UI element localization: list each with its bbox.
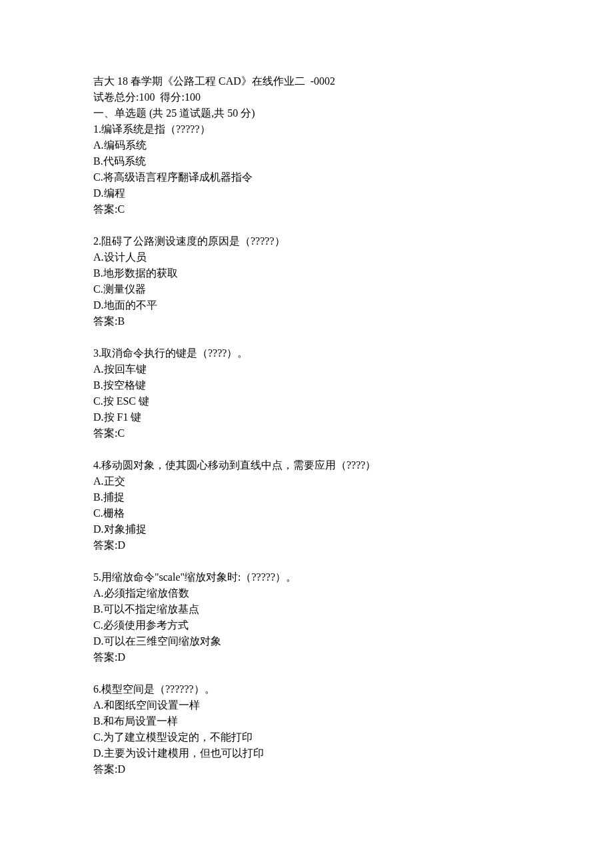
score-line: 试卷总分:100 得分:100 xyxy=(93,89,520,105)
answer-line: 答案:C xyxy=(93,425,520,441)
option: A.正交 xyxy=(93,473,520,489)
question-stem: 2.阻碍了公路测设速度的原因是（?????） xyxy=(93,233,520,249)
question-block: 6.模型空间是（??????）。 A.和图纸空间设置一样 B.和布局设置一样 C… xyxy=(93,681,520,777)
question-block: 5.用缩放命令"scale"缩放对象时:（?????）。 A.必须指定缩放倍数 … xyxy=(93,569,520,665)
section-heading: 一、单选题 (共 25 道试题,共 50 分) xyxy=(93,105,520,121)
option: C.栅格 xyxy=(93,505,520,521)
option: A.编码系统 xyxy=(93,137,520,153)
option: A.设计人员 xyxy=(93,249,520,265)
option: D.对象捕捉 xyxy=(93,521,520,537)
option: C.为了建立模型设定的，不能打印 xyxy=(93,729,520,745)
option: A.按回车键 xyxy=(93,361,520,377)
answer-line: 答案:D xyxy=(93,761,520,777)
question-block: 4.移动圆对象，使其圆心移动到直线中点，需要应用（????） A.正交 B.捕捉… xyxy=(93,457,520,553)
option: B.捕捉 xyxy=(93,489,520,505)
question-stem: 3.取消命令执行的键是（????）。 xyxy=(93,345,520,361)
option: C.将高级语言程序翻译成机器指令 xyxy=(93,169,520,185)
answer-line: 答案:B xyxy=(93,313,520,329)
answer-line: 答案:C xyxy=(93,201,520,217)
option: B.按空格键 xyxy=(93,377,520,393)
doc-title: 吉大 18 春学期《公路工程 CAD》在线作业二 -0002 xyxy=(93,73,520,89)
question-block: 2.阻碍了公路测设速度的原因是（?????） A.设计人员 B.地形数据的获取 … xyxy=(93,233,520,329)
question-stem: 1.编译系统是指（?????） xyxy=(93,121,520,137)
option: B.代码系统 xyxy=(93,153,520,169)
option: C.必须使用参考方式 xyxy=(93,617,520,633)
option: D.地面的不平 xyxy=(93,297,520,313)
answer-line: 答案:D xyxy=(93,649,520,665)
option: B.可以不指定缩放基点 xyxy=(93,601,520,617)
option: B.地形数据的获取 xyxy=(93,265,520,281)
answer-line: 答案:D xyxy=(93,537,520,553)
question-stem: 4.移动圆对象，使其圆心移动到直线中点，需要应用（????） xyxy=(93,457,520,473)
option: C.测量仪器 xyxy=(93,281,520,297)
option: D.按 F1 键 xyxy=(93,409,520,425)
option: D.可以在三维空间缩放对象 xyxy=(93,633,520,649)
option: B.和布局设置一样 xyxy=(93,713,520,729)
document-page: 吉大 18 春学期《公路工程 CAD》在线作业二 -0002 试卷总分:100 … xyxy=(0,0,613,868)
option: D.编程 xyxy=(93,185,520,201)
option: A.和图纸空间设置一样 xyxy=(93,697,520,713)
question-stem: 5.用缩放命令"scale"缩放对象时:（?????）。 xyxy=(93,569,520,585)
option: D.主要为设计建模用，但也可以打印 xyxy=(93,745,520,761)
question-stem: 6.模型空间是（??????）。 xyxy=(93,681,520,697)
option: A.必须指定缩放倍数 xyxy=(93,585,520,601)
question-block: 3.取消命令执行的键是（????）。 A.按回车键 B.按空格键 C.按 ESC… xyxy=(93,345,520,441)
option: C.按 ESC 键 xyxy=(93,393,520,409)
